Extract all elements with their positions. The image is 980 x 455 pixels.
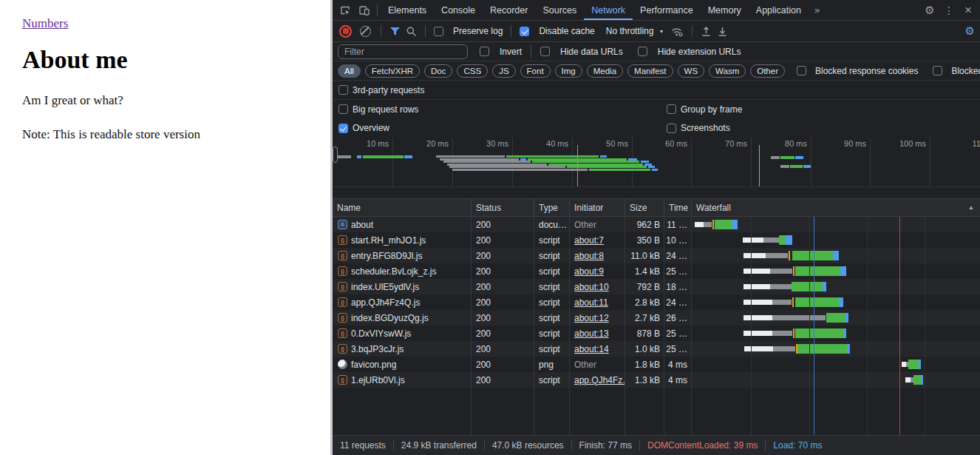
clear-network-log-icon[interactable] — [360, 26, 371, 37]
column-header-size[interactable]: Size — [625, 199, 664, 216]
third-party-requests-checkbox[interactable] — [338, 85, 348, 95]
tab-sources[interactable]: Sources — [535, 0, 584, 20]
invert-label[interactable]: Invert — [500, 47, 522, 57]
blocked-requests-checkbox[interactable] — [933, 66, 942, 75]
record-network-log-button[interactable] — [339, 25, 352, 38]
chip-doc[interactable]: Doc — [424, 64, 452, 78]
tab-performance[interactable]: Performance — [633, 0, 701, 20]
chip-wasm[interactable]: Wasm — [709, 64, 746, 78]
table-row[interactable]: {}index.BGDyuzQg.js200scriptabout:122.7 … — [333, 310, 980, 326]
type-filter-bar: AllFetch/XHRDocCSSJSFontImgMediaManifest… — [333, 61, 980, 81]
chip-other[interactable]: Other — [750, 64, 785, 78]
column-header-waterfall[interactable]: Waterfall▲ — [692, 199, 980, 216]
inspect-element-icon[interactable] — [336, 2, 355, 18]
initiator-link[interactable]: about:12 — [574, 313, 609, 323]
device-toolbar-icon[interactable] — [355, 2, 374, 18]
group-by-frame-checkbox[interactable] — [667, 104, 676, 114]
waterfall-bar-segment — [744, 346, 773, 351]
settings-gear-icon[interactable]: ⚙ — [921, 2, 939, 18]
disable-cache-label[interactable]: Disable cache — [539, 26, 594, 36]
hide-data-urls-label[interactable]: Hide data URLs — [560, 47, 623, 57]
numbers-link[interactable]: Numbers — [22, 16, 68, 30]
network-settings-gear-icon[interactable]: ⚙ — [965, 24, 975, 38]
hide-extension-urls-label[interactable]: Hide extension URLs — [658, 47, 741, 57]
overview-label[interactable]: Overview — [353, 123, 389, 133]
chip-font[interactable]: Font — [520, 64, 551, 78]
table-row[interactable]: favicon.png200pngOther1.8 kB4 ms — [333, 357, 980, 372]
tab-memory[interactable]: Memory — [701, 0, 749, 20]
disable-cache-checkbox[interactable] — [520, 27, 529, 36]
screenshots-checkbox[interactable] — [667, 124, 676, 133]
table-row[interactable]: {}3.bqJP3cJr.js200scriptabout:141.0 kB25… — [333, 341, 980, 357]
table-row[interactable]: {}start.RH_mhJO1.js200scriptabout:7350 B… — [333, 232, 980, 248]
column-header-status[interactable]: Status — [472, 199, 534, 216]
initiator-link[interactable]: about:11 — [574, 297, 608, 308]
initiator-link[interactable]: about:10 — [574, 282, 609, 292]
table-row[interactable]: {}app.QJh4Fz4Q.js200scriptabout:112.8 kB… — [333, 294, 980, 310]
chip-fetch-xhr[interactable]: Fetch/XHR — [365, 64, 420, 78]
initiator-link[interactable]: about:8 — [574, 251, 604, 261]
hide-extension-urls-checkbox[interactable] — [638, 47, 647, 56]
overview-range-handle[interactable] — [333, 146, 338, 163]
cell-type: script — [534, 279, 570, 294]
close-devtools-icon[interactable]: × — [959, 2, 977, 18]
chip-css[interactable]: CSS — [457, 64, 488, 78]
chip-img[interactable]: Img — [555, 64, 582, 78]
table-row[interactable]: {}1.ejURb0Vl.js200scriptapp.QJh4Fz…1.3 k… — [333, 372, 980, 388]
tab-elements[interactable]: Elements — [381, 0, 434, 20]
cell-size: 11.0 kB — [625, 248, 664, 263]
chip-manifest[interactable]: Manifest — [627, 64, 673, 78]
blocked-response-cookies-checkbox[interactable] — [797, 66, 806, 75]
chip-ws[interactable]: WS — [678, 64, 705, 78]
table-row[interactable]: {}entry.BFG8D9Jl.js200scriptabout:811.0 … — [333, 248, 980, 263]
tab-application[interactable]: Application — [749, 0, 809, 20]
search-icon[interactable] — [406, 26, 417, 37]
preserve-log-checkbox[interactable] — [434, 27, 443, 36]
initiator-link[interactable]: about:13 — [574, 328, 609, 339]
throttling-select[interactable]: No throttling ▼ — [600, 26, 666, 36]
waterfall-bar-segment — [772, 315, 826, 320]
big-request-rows-checkbox[interactable] — [338, 104, 348, 114]
hide-data-urls-checkbox[interactable] — [540, 47, 550, 56]
tab-network[interactable]: Network — [584, 0, 633, 20]
table-row[interactable]: {}0.DxVIYswW.js200scriptabout:13878 B25 … — [333, 326, 980, 341]
script-icon: {} — [338, 344, 347, 354]
preserve-log-label[interactable]: Preserve log — [453, 26, 503, 36]
tab-recorder[interactable]: Recorder — [483, 0, 535, 20]
network-conditions-icon[interactable] — [670, 26, 684, 37]
invert-checkbox[interactable] — [480, 47, 489, 56]
kebab-menu-icon[interactable]: ⋮ — [940, 2, 958, 18]
table-row[interactable]: {}scheduler.BvLojk_z.js200scriptabout:91… — [333, 263, 980, 279]
blocked-response-cookies-label[interactable]: Blocked response cookies — [815, 66, 918, 76]
overview-timeline[interactable]: 10 ms20 ms30 ms40 ms50 ms60 ms70 ms80 ms… — [333, 138, 980, 187]
big-request-rows-label[interactable]: Big request rows — [353, 104, 418, 115]
status-item-47-0-kb-resources: 47.0 kB resources — [485, 440, 572, 451]
initiator-link[interactable]: about:9 — [574, 266, 604, 277]
table-row[interactable]: ≡about200docu…Other962 B11 … — [333, 217, 980, 232]
blocked-requests-label[interactable]: Blocked requests — [951, 66, 980, 76]
overview-checkbox[interactable] — [338, 124, 348, 133]
overview-bar-segment — [780, 156, 794, 159]
column-header-name[interactable]: Name — [333, 199, 472, 216]
export-har-icon[interactable] — [717, 26, 728, 37]
group-by-frame-label[interactable]: Group by frame — [681, 104, 742, 115]
filter-input[interactable] — [338, 44, 468, 59]
initiator-link[interactable]: about:7 — [574, 235, 604, 246]
chip-all[interactable]: All — [338, 64, 361, 78]
overview-tick-label: 40 ms — [524, 139, 568, 148]
import-har-icon[interactable] — [701, 26, 712, 37]
chip-media[interactable]: Media — [587, 64, 623, 78]
more-tabs-button[interactable]: » — [809, 4, 826, 16]
screenshots-label[interactable]: Screenshots — [681, 123, 730, 133]
table-row[interactable]: {}index.UlE5ydlV.js200scriptabout:10792 … — [333, 279, 980, 294]
filter-funnel-icon[interactable] — [389, 27, 401, 36]
cell-status: 200 — [472, 310, 534, 326]
column-header-type[interactable]: Type — [534, 199, 570, 216]
chip-js[interactable]: JS — [492, 64, 515, 78]
initiator-link[interactable]: about:14 — [574, 344, 609, 354]
column-header-initiator[interactable]: Initiator — [570, 199, 625, 216]
initiator-link[interactable]: app.QJh4Fz… — [574, 375, 625, 385]
third-party-requests-label[interactable]: 3rd-party requests — [353, 85, 424, 95]
tab-console[interactable]: Console — [434, 0, 483, 20]
column-header-time[interactable]: Time — [664, 199, 692, 216]
